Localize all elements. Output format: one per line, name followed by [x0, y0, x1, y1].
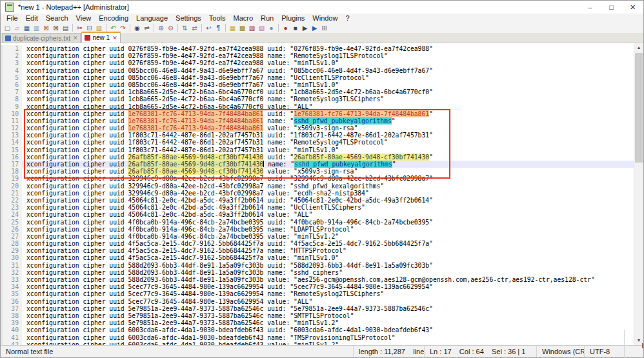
editor-line[interactable]: 41xconfiguration cipher uuid 6003cda6-af…: [1, 334, 634, 341]
editor-line[interactable]: 19xconfiguration cipher uuid 329946c9-d8…: [1, 175, 634, 182]
editor-line[interactable]: 22xconfiguration cipher uuid 45064c81-2e…: [1, 197, 634, 204]
editor-line[interactable]: 33xconfiguration cipher uuid 588d2093-6b…: [1, 276, 634, 283]
tab-new-1[interactable]: new 1✕: [81, 32, 120, 43]
show-all-chars-icon[interactable]: ¶: [214, 24, 223, 32]
new-file-icon[interactable]: ▢: [3, 24, 12, 32]
editor-line[interactable]: 24xconfiguration cipher uuid 45064c81-2e…: [1, 211, 634, 218]
editor-line[interactable]: 28xconfiguration cipher uuid 4f5ac5ca-2e…: [1, 240, 634, 247]
macro-record-icon[interactable]: ●: [281, 24, 290, 32]
editor-line[interactable]: 2xconfiguration cipher uuid 0276f859-fb9…: [1, 52, 634, 59]
macro-play-icon[interactable]: ▶: [301, 24, 309, 32]
editor-line[interactable]: 10xconfiguration cipher uuid 1e768381-fc…: [1, 110, 634, 117]
value-text: sshd_ciphers: [294, 269, 339, 276]
editor-line[interactable]: 21xconfiguration cipher uuid 329946c9-d8…: [1, 190, 634, 197]
scroll-up-arrow[interactable]: ▲: [634, 43, 643, 52]
editor-line[interactable]: 29xconfiguration cipher uuid 4f5ac5ca-2e…: [1, 247, 634, 254]
cut-icon[interactable]: ✂: [75, 24, 84, 32]
editor-line[interactable]: 17xconfiguration cipher uuid 26afb85f-80…: [1, 161, 634, 168]
editor-line[interactable]: 38xconfiguration cipher uuid 5e79851a-2e…: [1, 312, 634, 319]
macro-stop-icon[interactable]: ■: [291, 24, 299, 32]
zoom-out-icon[interactable]: ⊖: [166, 24, 175, 32]
editor-line[interactable]: 40xconfiguration cipher uuid 6003cda6-af…: [1, 326, 634, 333]
tab-close-icon[interactable]: ✕: [73, 35, 78, 41]
menu-item-file[interactable]: File: [3, 14, 22, 23]
line-number: 1: [1, 45, 22, 52]
menu-item-settings[interactable]: Settings: [172, 14, 205, 23]
editor-line[interactable]: 14xconfiguration cipher uuid 1f803c71-64…: [1, 139, 634, 146]
editor-line[interactable]: 25xconfiguration cipher uuid 4f0bca0b-91…: [1, 219, 634, 226]
menu-item-[interactable]: ?: [341, 14, 353, 23]
editor-line[interactable]: 13xconfiguration cipher uuid 1f803c71-64…: [1, 132, 634, 139]
copy-icon[interactable]: ⊟: [85, 24, 94, 32]
menu-item-window[interactable]: Window: [308, 14, 341, 23]
editor-line[interactable]: 7xconfiguration cipher uuid 1cb8a665-2d5…: [1, 88, 634, 95]
editor-line[interactable]: 36xconfiguration cipher uuid 5cec77c9-36…: [1, 298, 634, 305]
close-all-icon[interactable]: ⊠: [52, 24, 60, 32]
line-content: xconfiguration cipher uuid 0276f859-fb9e…: [22, 59, 634, 66]
redo-icon[interactable]: ↷: [119, 24, 127, 32]
editor-line[interactable]: 20xconfiguration cipher uuid 329946c9-d8…: [1, 183, 634, 190]
indent-guide-icon[interactable]: ▦: [228, 24, 237, 32]
editor-line[interactable]: 42xconfiguration cipher uuid 6003cda6-af…: [1, 341, 634, 345]
line-number: 38: [1, 312, 22, 319]
text-editor[interactable]: 1xconfiguration cipher uuid 0276f859-fb9…: [1, 43, 643, 345]
menu-item-language[interactable]: Language: [132, 14, 172, 23]
editor-line[interactable]: 4xconfiguration cipher uuid 085bcc06-46e…: [1, 67, 634, 74]
menu-item-run[interactable]: Run: [257, 14, 277, 23]
menu-item-view[interactable]: View: [72, 14, 96, 23]
close-button[interactable]: ✕: [622, 1, 643, 14]
scrollbar-thumb[interactable]: [635, 53, 643, 163]
replace-icon[interactable]: ⇌: [143, 24, 151, 32]
minimize-button[interactable]: –: [579, 1, 601, 14]
save-icon[interactable]: ▦: [23, 24, 31, 32]
user-defined-language-icon[interactable]: ▩: [238, 24, 247, 32]
sync-vertical-icon[interactable]: ⇅: [181, 24, 189, 32]
editor-line[interactable]: 9xconfiguration cipher uuid 1cb8a665-2d5…: [1, 103, 634, 110]
editor-line[interactable]: 11xconfiguration cipher uuid 1e768381-fc…: [1, 117, 634, 124]
editor-line[interactable]: 18xconfiguration cipher uuid 26afb85f-80…: [1, 168, 634, 175]
editor-line[interactable]: 32xconfiguration cipher uuid 588d2093-6b…: [1, 269, 634, 276]
word-wrap-icon[interactable]: ↩: [205, 24, 213, 32]
editor-line[interactable]: 23xconfiguration cipher uuid 45064c81-2e…: [1, 204, 634, 211]
editor-line[interactable]: 35xconfiguration cipher uuid 5cec77c9-36…: [1, 290, 634, 297]
save-all-icon[interactable]: ▥: [32, 24, 41, 32]
tab-duplicate-ciphers-txt[interactable]: duplicate-ciphers.txt✕: [2, 33, 81, 43]
find-icon[interactable]: ◉: [133, 24, 141, 32]
editor-line[interactable]: 3xconfiguration cipher uuid 0276f859-fb9…: [1, 59, 634, 66]
macro-save-icon[interactable]: ⊞: [320, 24, 328, 32]
menu-item-macro[interactable]: Macro: [229, 14, 257, 23]
open-folder-icon[interactable]: ▱: [13, 24, 21, 32]
undo-icon[interactable]: ↶: [109, 24, 117, 32]
editor-line[interactable]: 31xconfiguration cipher uuid 588d2093-6b…: [1, 262, 634, 269]
menu-item-search[interactable]: Search: [42, 14, 72, 23]
vertical-scrollbar[interactable]: ▲ ▼: [634, 43, 643, 345]
paste-icon[interactable]: ▥: [95, 24, 103, 32]
editor-line[interactable]: 1xconfiguration cipher uuid 0276f859-fb9…: [1, 45, 634, 52]
editor-line[interactable]: 34xconfiguration cipher uuid 5cec77c9-36…: [1, 283, 634, 290]
doc-map-icon[interactable]: ▨: [248, 24, 256, 32]
editor-line[interactable]: 15xconfiguration cipher uuid 1f803c71-64…: [1, 146, 634, 154]
editor-line[interactable]: 39xconfiguration cipher uuid 5e79851a-2e…: [1, 319, 634, 326]
editor-line[interactable]: 26xconfiguration cipher uuid 4f0bca0b-91…: [1, 226, 634, 233]
editor-line[interactable]: 37xconfiguration cipher uuid 5e79851a-2e…: [1, 305, 634, 312]
editor-line[interactable]: 5xconfiguration cipher uuid 085bcc06-46e…: [1, 74, 634, 81]
tab-close-icon[interactable]: ✕: [112, 35, 117, 41]
editor-line[interactable]: 8xconfiguration cipher uuid 1cb8a665-2d5…: [1, 95, 634, 103]
editor-line[interactable]: 16xconfiguration cipher uuid 26afb85f-80…: [1, 154, 634, 161]
macro-run-multiple-icon[interactable]: ▶: [310, 24, 319, 32]
menu-item-encoding[interactable]: Encoding: [95, 14, 132, 23]
sync-horizontal-icon[interactable]: ⇄: [190, 24, 199, 32]
menu-item-edit[interactable]: Edit: [22, 14, 42, 23]
menu-item-tools[interactable]: Tools: [205, 14, 230, 23]
menu-item-plugins[interactable]: Plugins: [277, 14, 308, 23]
print-icon[interactable]: ▤: [61, 24, 70, 32]
document-monitor-icon[interactable]: ●: [267, 24, 276, 32]
editor-line[interactable]: 30xconfiguration cipher uuid 4f5ac5ca-2e…: [1, 254, 634, 261]
editor-line[interactable]: 12xconfiguration cipher uuid 1e768381-fc…: [1, 124, 634, 132]
function-list-icon[interactable]: ▧: [257, 24, 266, 32]
editor-line[interactable]: 27xconfiguration cipher uuid 4f0bca0b-91…: [1, 233, 634, 240]
zoom-in-icon[interactable]: ⊕: [157, 24, 165, 32]
editor-line[interactable]: 6xconfiguration cipher uuid 085bcc06-46e…: [1, 81, 634, 88]
close-icon[interactable]: ⊠: [42, 24, 50, 32]
maximize-button[interactable]: □: [601, 1, 622, 14]
